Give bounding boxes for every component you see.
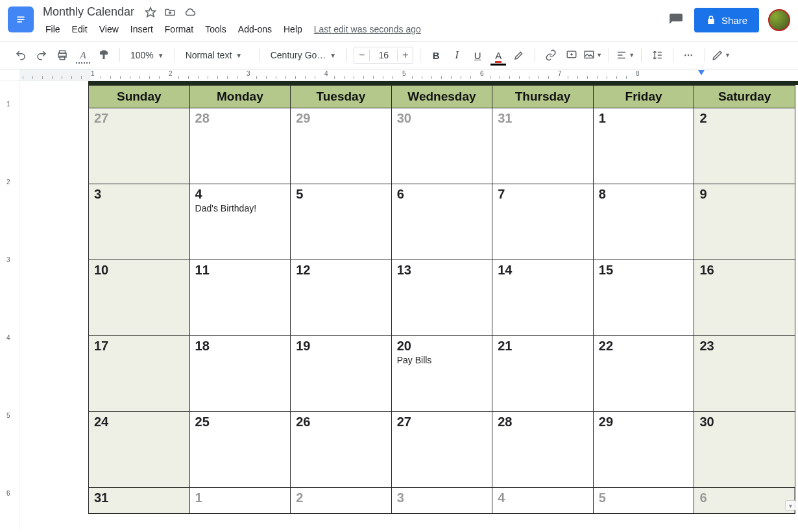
style-dropdown[interactable]: Normal text▼: [182, 46, 253, 64]
underline-button[interactable]: U: [468, 46, 487, 64]
explore-button[interactable]: ▾: [785, 500, 795, 511]
star-icon[interactable]: [145, 6, 156, 18]
calendar-cell[interactable]: 30: [391, 108, 492, 184]
calendar-cell[interactable]: 11: [189, 260, 291, 336]
calendar-cell[interactable]: 4Dad's Birthday!: [189, 184, 291, 260]
paint-format-button[interactable]: [95, 46, 113, 64]
menu-help[interactable]: Help: [278, 21, 308, 37]
calendar-cell[interactable]: 5: [593, 488, 694, 514]
lock-icon: [706, 15, 716, 25]
undo-button[interactable]: [12, 46, 30, 64]
menu-insert[interactable]: Insert: [125, 21, 158, 37]
calendar-cell[interactable]: 27: [391, 412, 492, 488]
last-edit-link[interactable]: Last edit was seconds ago: [314, 24, 421, 34]
ruler-number: 1: [6, 101, 10, 108]
font-size-control: − 16 +: [354, 47, 413, 64]
insert-comment-button[interactable]: [562, 46, 581, 64]
calendar-cell[interactable]: 1: [189, 488, 291, 514]
calendar-cell[interactable]: 26: [291, 412, 392, 488]
calendar-cell[interactable]: 8: [593, 184, 694, 260]
font-dropdown[interactable]: Century Go…▼: [267, 46, 341, 64]
calendar-cell[interactable]: 7: [492, 184, 594, 260]
calendar-cell[interactable]: 29: [291, 108, 392, 184]
menu-tools[interactable]: Tools: [200, 21, 232, 37]
calendar-cell[interactable]: 22: [593, 336, 694, 412]
calendar-cell[interactable]: 10: [89, 260, 190, 336]
insert-image-button[interactable]: ▼: [583, 46, 602, 64]
font-size-value[interactable]: 16: [370, 50, 397, 60]
calendar-cell[interactable]: 20Pay Bills: [391, 336, 492, 412]
calendar-cell[interactable]: 30: [694, 412, 795, 488]
cloud-status-icon[interactable]: [184, 6, 197, 18]
print-button[interactable]: [53, 46, 71, 64]
calendar-cell[interactable]: 23: [694, 336, 795, 412]
menu-format[interactable]: Format: [160, 21, 199, 37]
ruler-number: 3: [247, 70, 250, 77]
calendar-table[interactable]: SundayMondayTuesdayWednesdayThursdayFrid…: [88, 85, 795, 514]
calendar-cell[interactable]: 3: [89, 184, 190, 260]
bold-button[interactable]: B: [427, 46, 445, 64]
calendar-cell[interactable]: 18: [189, 336, 291, 412]
comments-icon[interactable]: [667, 11, 685, 29]
calendar-cell[interactable]: 9: [694, 184, 795, 260]
calendar-cell[interactable]: 2: [694, 108, 795, 184]
calendar-cell[interactable]: 1: [593, 108, 694, 184]
align-button[interactable]: ▼: [616, 46, 635, 64]
menu-view[interactable]: View: [94, 21, 124, 37]
editing-mode-button[interactable]: ▼: [712, 46, 731, 64]
ruler-number: 6: [6, 490, 10, 497]
font-size-increase[interactable]: +: [397, 49, 413, 61]
zoom-dropdown[interactable]: 100%▼: [127, 46, 168, 64]
account-avatar[interactable]: [768, 9, 790, 31]
calendar-cell[interactable]: 28: [492, 412, 594, 488]
ruler-number: 5: [6, 412, 10, 419]
calendar-cell[interactable]: 4: [492, 488, 594, 514]
calendar-event: Pay Bills: [397, 355, 487, 365]
doc-title[interactable]: Monthly Calendar: [40, 4, 137, 20]
menu-addons[interactable]: Add-ons: [233, 21, 277, 37]
calendar-cell[interactable]: 5: [291, 184, 392, 260]
calendar-cell[interactable]: 17: [89, 336, 190, 412]
calendar-cell[interactable]: 14: [492, 260, 594, 336]
calendar-day-header: Monday: [189, 86, 291, 108]
docs-logo[interactable]: [8, 6, 34, 32]
calendar-cell[interactable]: 27: [89, 108, 190, 184]
document-canvas[interactable]: SundayMondayTuesdayWednesdayThursdayFrid…: [19, 81, 798, 530]
horizontal-ruler[interactable]: 12345678: [19, 69, 798, 80]
menu-file[interactable]: File: [40, 21, 66, 37]
calendar-cell[interactable]: 31: [89, 488, 190, 514]
text-color-button[interactable]: A: [489, 46, 507, 64]
calendar-cell[interactable]: 29: [593, 412, 694, 488]
calendar-cell[interactable]: 21: [492, 336, 594, 412]
svg-rect-3: [18, 21, 22, 23]
calendar-cell[interactable]: 31: [492, 108, 594, 184]
font-size-decrease[interactable]: −: [354, 49, 370, 61]
spellcheck-button[interactable]: A: [74, 46, 92, 64]
calendar-day-header: Saturday: [694, 86, 795, 108]
calendar-cell[interactable]: 25: [189, 412, 291, 488]
insert-link-button[interactable]: [542, 46, 560, 64]
calendar-cell[interactable]: 19: [291, 336, 392, 412]
highlight-button[interactable]: [510, 46, 528, 64]
calendar-cell[interactable]: 13: [391, 260, 492, 336]
calendar-cell[interactable]: 15: [593, 260, 694, 336]
redo-button[interactable]: [32, 46, 51, 64]
calendar-cell[interactable]: 6: [391, 184, 492, 260]
calendar-cell[interactable]: 3: [391, 488, 492, 514]
share-button[interactable]: Share: [694, 8, 759, 32]
line-spacing-button[interactable]: [648, 46, 666, 64]
calendar-cell[interactable]: 28: [189, 108, 291, 184]
vertical-ruler[interactable]: 123456: [0, 81, 19, 530]
calendar-day-header: Thursday: [492, 86, 594, 108]
calendar-cell[interactable]: 6: [694, 488, 795, 514]
calendar-cell[interactable]: 16: [694, 260, 795, 336]
calendar-cell[interactable]: 2: [291, 488, 392, 514]
menu-edit[interactable]: Edit: [67, 21, 93, 37]
italic-button[interactable]: I: [448, 46, 466, 64]
calendar-cell[interactable]: 24: [89, 412, 190, 488]
ruler-number: 2: [169, 70, 173, 77]
calendar-cell[interactable]: 12: [291, 260, 392, 336]
more-button[interactable]: ⋯: [680, 46, 698, 64]
share-label: Share: [721, 15, 747, 26]
move-icon[interactable]: [164, 6, 176, 18]
